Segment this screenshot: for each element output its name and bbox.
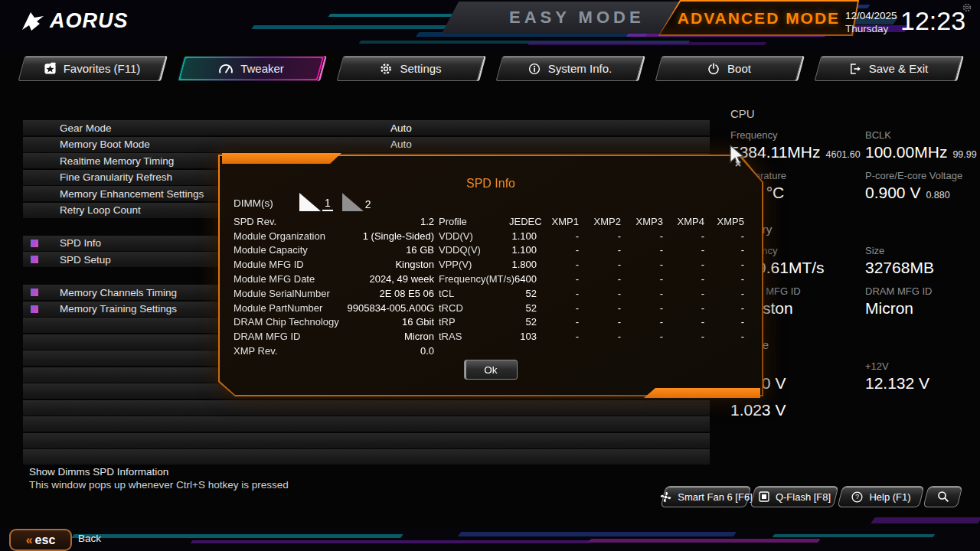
tab-settings[interactable]: Settings: [340, 56, 481, 81]
gear-icon: [379, 62, 393, 76]
glitch-streak: [871, 517, 980, 523]
glitch-streak: [458, 532, 737, 536]
dimm1-number[interactable]: 1: [322, 197, 333, 211]
fan-icon: [659, 491, 672, 504]
tab-label: Tweaker: [240, 62, 284, 75]
time-display: 12:23: [900, 6, 965, 36]
help-text-line1: Show Dimms SPD Information: [29, 466, 289, 479]
help-text: Show Dimms SPD Information This window p…: [29, 466, 289, 491]
glitch-streak: [251, 25, 461, 29]
spd-detail-row: Module MFG Date2024, 49 week: [234, 272, 434, 286]
dimm-label: DIMM(s): [234, 197, 299, 209]
esc-button[interactable]: « esc: [9, 529, 72, 551]
dimm1-triangle-icon[interactable]: [299, 193, 321, 211]
core-voltage-metric: P-core/E-core Voltage 0.900 V0.880: [865, 161, 977, 202]
dimm2-triangle-icon[interactable]: [342, 193, 364, 211]
star-icon: [44, 62, 57, 75]
exit-icon: [848, 62, 862, 76]
glitch-streak: [773, 534, 936, 537]
tab-boot[interactable]: Boot: [658, 56, 799, 81]
memory-size-metric: Size 32768MB: [865, 236, 975, 277]
spd-detail-row: SPD Rev.1.2: [234, 214, 434, 229]
glitch-streak: [71, 534, 403, 538]
tab-label: Favorites (F11): [64, 62, 141, 75]
profile-table-row: Frequency(MT/s)6400-----: [439, 272, 746, 286]
tab-label: Settings: [400, 62, 441, 75]
tab-bar: Favorites (F11) Tweaker Settings: [0, 54, 980, 85]
memory-section-title: Memory: [730, 223, 975, 236]
spd-detail-row: Module SerialNumber2E 08 E5 06: [234, 286, 434, 301]
profile-table-row: tRAS103-----: [439, 329, 746, 344]
spd-detail-row: Module PartNumber9905834-005.A00G: [234, 301, 434, 315]
profile-table-row: VDDQ(V)1.100-----: [439, 243, 746, 258]
footer-button-label: Smart Fan 6 [F6]: [678, 491, 753, 503]
brand-text: AORUS: [50, 9, 129, 33]
submenu-square-icon: [31, 305, 38, 313]
back-chevrons-icon: «: [26, 534, 31, 546]
date-display: 12/04/2025 Thursday: [845, 9, 897, 35]
date-text: 12/04/2025: [845, 9, 897, 22]
aorus-eagle-icon: [20, 10, 46, 33]
advanced-mode-label: ADVANCED MODE: [678, 9, 840, 28]
tab-tweaker[interactable]: Tweaker: [181, 56, 322, 81]
glitch-streak: [191, 540, 591, 543]
gear-icon[interactable]: [962, 2, 972, 13]
tab-label: Save & Exit: [869, 62, 929, 75]
help-icon: ?: [851, 491, 864, 504]
dialog-accent-bottom-right: [644, 388, 760, 398]
menu-value[interactable]: Auto: [390, 139, 412, 150]
spd-detail-row: Module Capacity16 GB: [234, 243, 434, 258]
tab-system-info[interactable]: System Info.: [499, 56, 640, 81]
profile-table-row: tRCD52-----: [439, 301, 746, 315]
bios-screen: AORUS EASY MODE ADVANCED MODE 12/04/2025…: [0, 0, 980, 551]
help-button[interactable]: ? Help (F1): [840, 486, 922, 507]
spd-detail-row: XMP Rev.0.0: [234, 344, 434, 358]
dialog-accent-top-left: [222, 153, 341, 164]
submenu-square-icon: [31, 289, 38, 296]
submenu-square-icon: [31, 256, 38, 263]
mouse-cursor: [728, 144, 748, 168]
profile-table-row: tRP52-----: [439, 315, 746, 330]
spd-detail-row: Module MFG IDKingston: [234, 257, 434, 272]
menu-value[interactable]: Auto: [390, 122, 412, 134]
profile-table-header: ProfileJEDECXMP1XMP2XMP3XMP4XMP5: [439, 214, 746, 229]
spd-detail-row: DRAM Chip Technology16 Gbit: [234, 315, 434, 330]
menu-row-memory-boot-mode[interactable]: Memory Boot Mode Auto: [23, 137, 710, 152]
spd-detail-row: Module Organization1 (Single-Sided): [234, 229, 434, 243]
dimm2-number[interactable]: 2: [365, 198, 371, 211]
help-text-line2: This window pops up whenever Ctrl+S hotk…: [29, 479, 289, 492]
spd-info-dialog: SPD Info DIMM(s) 1 2 SPD Rev.1.2 Module …: [218, 155, 763, 396]
submenu-square-icon: [31, 240, 38, 247]
qflash-icon: [758, 491, 770, 503]
glitch-streak: [588, 539, 821, 543]
smart-fan-button[interactable]: Smart Fan 6 [F6]: [663, 486, 749, 507]
menu-row-empty: [23, 416, 710, 432]
tab-label: Boot: [727, 62, 751, 75]
voltage-section-title: Voltage: [730, 338, 975, 351]
tab-label: System Info.: [548, 62, 612, 75]
qflash-button[interactable]: Q-Flash [F8]: [753, 486, 836, 507]
glitch-streak: [528, 42, 767, 45]
top-bar: AORUS EASY MODE ADVANCED MODE 12/04/2025…: [0, 0, 980, 49]
menu-row-empty: [23, 433, 710, 448]
esc-key-label: esc: [35, 534, 56, 546]
advanced-mode-button[interactable]: ADVANCED MODE: [658, 0, 859, 36]
tab-favorites[interactable]: Favorites (F11): [21, 56, 162, 81]
menu-row-gear-mode[interactable]: Gear Mode Auto: [23, 120, 710, 135]
ok-button[interactable]: Ok: [464, 360, 518, 380]
dialog-title: SPD Info: [218, 177, 763, 191]
gauge-icon: [218, 63, 234, 74]
menu-row-empty: [23, 449, 710, 465]
spd-details-list: SPD Rev.1.2 Module Organization1 (Single…: [234, 214, 434, 358]
spd-detail-row: DRAM MFG IDMicron: [234, 329, 434, 344]
menu-row-empty: [23, 400, 710, 416]
search-icon: [936, 490, 950, 504]
voltage-12v-metric: +12V 12.132 V: [865, 352, 975, 393]
tab-save-exit[interactable]: Save & Exit: [818, 56, 959, 81]
profile-table: ProfileJEDECXMP1XMP2XMP3XMP4XMP5 VDD(V)1…: [439, 214, 746, 344]
bottom-bar: « esc Back: [0, 527, 980, 551]
search-button[interactable]: [926, 486, 960, 507]
bclk-metric: BCLK 100.00MHz99.99: [865, 121, 977, 161]
profile-table-row: VDD(V)1.100-----: [439, 229, 746, 243]
aorus-logo: AORUS: [20, 9, 129, 33]
